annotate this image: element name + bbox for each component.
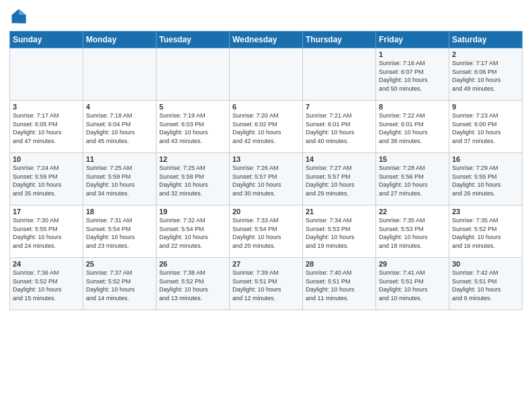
calendar-cell: 21Sunrise: 7:34 AM Sunset: 5:53 PM Dayli…	[303, 205, 376, 258]
svg-marker-1	[19, 9, 26, 15]
calendar-cell: 7Sunrise: 7:21 AM Sunset: 6:01 PM Daylig…	[303, 101, 376, 153]
day-info: Sunrise: 7:42 AM Sunset: 5:51 PM Dayligh…	[452, 269, 519, 302]
weekday-header: Wednesday	[230, 32, 303, 48]
day-info: Sunrise: 7:22 AM Sunset: 6:01 PM Dayligh…	[379, 111, 446, 145]
day-number: 18	[86, 208, 153, 216]
day-info: Sunrise: 7:31 AM Sunset: 5:54 PM Dayligh…	[86, 216, 153, 250]
day-info: Sunrise: 7:35 AM Sunset: 5:52 PM Dayligh…	[452, 216, 519, 250]
calendar-cell	[83, 48, 157, 101]
day-number: 19	[159, 208, 226, 216]
calendar-cell: 9Sunrise: 7:23 AM Sunset: 6:00 PM Daylig…	[449, 101, 523, 153]
day-number: 6	[232, 103, 300, 111]
day-info: Sunrise: 7:25 AM Sunset: 5:59 PM Dayligh…	[86, 164, 153, 197]
day-info: Sunrise: 7:26 AM Sunset: 5:57 PM Dayligh…	[232, 164, 300, 197]
day-number: 1	[379, 50, 446, 58]
calendar-cell: 22Sunrise: 7:35 AM Sunset: 5:53 PM Dayli…	[376, 205, 449, 258]
weekday-header: Thursday	[303, 32, 376, 48]
weekday-header: Tuesday	[157, 32, 230, 48]
day-info: Sunrise: 7:30 AM Sunset: 5:55 PM Dayligh…	[13, 216, 80, 250]
day-info: Sunrise: 7:19 AM Sunset: 6:03 PM Dayligh…	[159, 111, 226, 145]
day-number: 4	[86, 103, 153, 111]
calendar-cell: 5Sunrise: 7:19 AM Sunset: 6:03 PM Daylig…	[157, 101, 230, 153]
day-info: Sunrise: 7:32 AM Sunset: 5:54 PM Dayligh…	[159, 216, 226, 250]
weekday-header: Friday	[376, 32, 449, 48]
day-info: Sunrise: 7:17 AM Sunset: 6:05 PM Dayligh…	[13, 111, 80, 145]
day-number: 23	[452, 208, 519, 216]
calendar-cell: 20Sunrise: 7:33 AM Sunset: 5:54 PM Dayli…	[230, 205, 303, 258]
day-number: 11	[86, 155, 153, 163]
day-number: 13	[232, 155, 300, 163]
day-info: Sunrise: 7:21 AM Sunset: 6:01 PM Dayligh…	[306, 111, 373, 145]
calendar-cell: 28Sunrise: 7:40 AM Sunset: 5:51 PM Dayli…	[303, 258, 376, 310]
calendar-cell: 2Sunrise: 7:17 AM Sunset: 6:06 PM Daylig…	[449, 48, 523, 101]
logo	[9, 7, 31, 26]
day-number: 2	[452, 50, 519, 58]
day-info: Sunrise: 7:27 AM Sunset: 5:57 PM Dayligh…	[306, 164, 373, 197]
weekday-header: Monday	[83, 32, 157, 48]
day-info: Sunrise: 7:35 AM Sunset: 5:53 PM Dayligh…	[379, 216, 446, 250]
calendar-cell: 18Sunrise: 7:31 AM Sunset: 5:54 PM Dayli…	[83, 205, 157, 258]
calendar-cell: 24Sunrise: 7:36 AM Sunset: 5:52 PM Dayli…	[10, 258, 83, 310]
calendar-cell: 23Sunrise: 7:35 AM Sunset: 5:52 PM Dayli…	[449, 205, 523, 258]
calendar-cell: 27Sunrise: 7:39 AM Sunset: 5:51 PM Dayli…	[230, 258, 303, 310]
calendar-cell: 19Sunrise: 7:32 AM Sunset: 5:54 PM Dayli…	[157, 205, 230, 258]
day-info: Sunrise: 7:24 AM Sunset: 5:59 PM Dayligh…	[13, 164, 80, 197]
calendar-cell: 10Sunrise: 7:24 AM Sunset: 5:59 PM Dayli…	[10, 153, 83, 205]
day-info: Sunrise: 7:23 AM Sunset: 6:00 PM Dayligh…	[452, 111, 519, 145]
day-info: Sunrise: 7:20 AM Sunset: 6:02 PM Dayligh…	[232, 111, 300, 145]
day-info: Sunrise: 7:25 AM Sunset: 5:58 PM Dayligh…	[159, 164, 226, 197]
calendar-cell: 25Sunrise: 7:37 AM Sunset: 5:52 PM Dayli…	[83, 258, 157, 310]
calendar-cell: 12Sunrise: 7:25 AM Sunset: 5:58 PM Dayli…	[157, 153, 230, 205]
day-number: 22	[379, 208, 446, 216]
header	[9, 7, 523, 26]
day-number: 5	[159, 103, 226, 111]
day-info: Sunrise: 7:41 AM Sunset: 5:51 PM Dayligh…	[379, 269, 446, 302]
day-number: 16	[452, 155, 519, 163]
svg-marker-2	[19, 15, 26, 23]
day-number: 24	[13, 260, 80, 268]
calendar-cell: 6Sunrise: 7:20 AM Sunset: 6:02 PM Daylig…	[230, 101, 303, 153]
day-number: 8	[379, 103, 446, 111]
day-number: 25	[86, 260, 153, 268]
logo-icon	[9, 7, 28, 26]
calendar-cell: 16Sunrise: 7:29 AM Sunset: 5:55 PM Dayli…	[449, 153, 523, 205]
calendar-cell	[10, 48, 83, 101]
calendar-cell	[157, 48, 230, 101]
day-info: Sunrise: 7:38 AM Sunset: 5:52 PM Dayligh…	[159, 269, 226, 302]
page: SundayMondayTuesdayWednesdayThursdayFrid…	[0, 0, 532, 411]
day-number: 27	[232, 260, 300, 268]
day-info: Sunrise: 7:34 AM Sunset: 5:53 PM Dayligh…	[306, 216, 373, 250]
day-number: 29	[379, 260, 446, 268]
day-info: Sunrise: 7:18 AM Sunset: 6:04 PM Dayligh…	[86, 111, 153, 145]
day-info: Sunrise: 7:28 AM Sunset: 5:56 PM Dayligh…	[379, 164, 446, 197]
day-number: 7	[306, 103, 373, 111]
day-info: Sunrise: 7:40 AM Sunset: 5:51 PM Dayligh…	[306, 269, 373, 302]
calendar-table: SundayMondayTuesdayWednesdayThursdayFrid…	[9, 31, 523, 310]
day-info: Sunrise: 7:37 AM Sunset: 5:52 PM Dayligh…	[86, 269, 153, 302]
day-number: 14	[306, 155, 373, 163]
day-number: 21	[306, 208, 373, 216]
day-info: Sunrise: 7:29 AM Sunset: 5:55 PM Dayligh…	[452, 164, 519, 197]
day-info: Sunrise: 7:36 AM Sunset: 5:52 PM Dayligh…	[13, 269, 80, 302]
day-number: 26	[159, 260, 226, 268]
day-info: Sunrise: 7:16 AM Sunset: 6:07 PM Dayligh…	[379, 59, 446, 93]
calendar-cell: 29Sunrise: 7:41 AM Sunset: 5:51 PM Dayli…	[376, 258, 449, 310]
day-number: 3	[13, 103, 80, 111]
day-info: Sunrise: 7:39 AM Sunset: 5:51 PM Dayligh…	[232, 269, 300, 302]
calendar-cell: 13Sunrise: 7:26 AM Sunset: 5:57 PM Dayli…	[230, 153, 303, 205]
day-info: Sunrise: 7:17 AM Sunset: 6:06 PM Dayligh…	[452, 59, 519, 93]
calendar-cell	[230, 48, 303, 101]
weekday-header: Sunday	[10, 32, 83, 48]
calendar-cell: 17Sunrise: 7:30 AM Sunset: 5:55 PM Dayli…	[10, 205, 83, 258]
calendar-cell: 8Sunrise: 7:22 AM Sunset: 6:01 PM Daylig…	[376, 101, 449, 153]
day-number: 15	[379, 155, 446, 163]
calendar-cell: 1Sunrise: 7:16 AM Sunset: 6:07 PM Daylig…	[376, 48, 449, 101]
day-info: Sunrise: 7:33 AM Sunset: 5:54 PM Dayligh…	[232, 216, 300, 250]
calendar-cell: 15Sunrise: 7:28 AM Sunset: 5:56 PM Dayli…	[376, 153, 449, 205]
calendar-cell: 11Sunrise: 7:25 AM Sunset: 5:59 PM Dayli…	[83, 153, 157, 205]
calendar-cell	[303, 48, 376, 101]
calendar-cell: 4Sunrise: 7:18 AM Sunset: 6:04 PM Daylig…	[83, 101, 157, 153]
day-number: 20	[232, 208, 300, 216]
day-number: 17	[13, 208, 80, 216]
calendar-cell: 26Sunrise: 7:38 AM Sunset: 5:52 PM Dayli…	[157, 258, 230, 310]
